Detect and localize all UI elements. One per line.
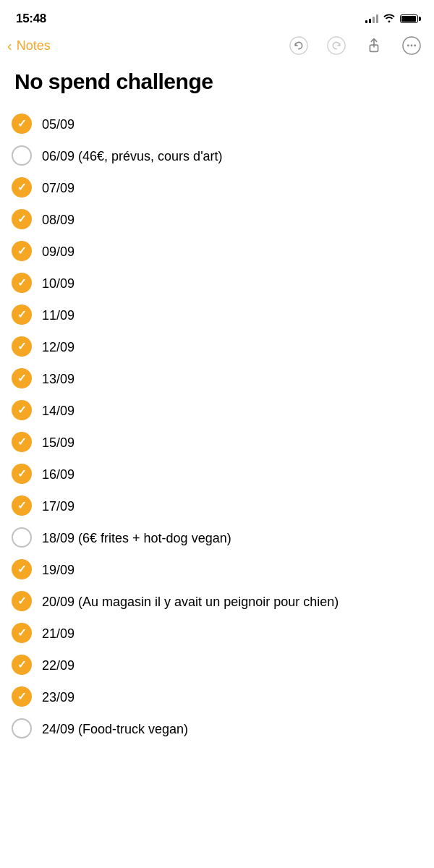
list-item[interactable]: 24/09 (Food-truck vegan) <box>12 712 422 744</box>
check-label: 17/09 <box>42 495 422 516</box>
check-mark-icon: ✓ <box>17 341 27 352</box>
redo-button[interactable] <box>326 35 347 56</box>
wifi-icon <box>383 12 396 25</box>
check-mark-icon: ✓ <box>17 627 27 638</box>
check-mark-icon: ✓ <box>17 436 27 447</box>
check-mark-icon: ✓ <box>17 213 27 224</box>
check-mark-icon: ✓ <box>17 118 27 129</box>
list-item[interactable]: ✓07/09 <box>12 171 422 203</box>
list-item[interactable]: ✓05/09 <box>12 108 422 140</box>
check-mark-icon: ✓ <box>17 468 27 479</box>
check-label: 06/09 (46€, prévus, cours d'art) <box>42 145 422 166</box>
unchecked-circle[interactable] <box>12 527 32 548</box>
list-item[interactable]: ✓08/09 <box>12 203 422 235</box>
checked-circle[interactable]: ✓ <box>12 241 32 261</box>
check-mark-icon: ✓ <box>17 659 27 670</box>
check-label: 11/09 <box>42 304 422 326</box>
check-mark-icon: ✓ <box>17 691 27 702</box>
checked-circle[interactable]: ✓ <box>12 400 32 420</box>
check-label: 18/09 (6€ frites + hot-dog vegan) <box>42 527 422 548</box>
check-mark-icon: ✓ <box>17 404 27 415</box>
checked-circle[interactable]: ✓ <box>12 114 32 134</box>
checklist: ✓05/0906/09 (46€, prévus, cours d'art)✓0… <box>0 108 434 744</box>
checked-circle[interactable]: ✓ <box>12 336 32 357</box>
check-label: 19/09 <box>42 558 422 580</box>
status-bar: 15:48 <box>0 0 434 32</box>
list-item[interactable]: ✓14/09 <box>12 394 422 426</box>
check-label: 10/09 <box>42 272 422 294</box>
list-item[interactable]: ✓12/09 <box>12 331 422 362</box>
back-button[interactable]: ‹ Notes <box>7 38 288 54</box>
list-item[interactable]: ✓16/09 <box>12 458 422 490</box>
checked-circle[interactable]: ✓ <box>12 686 32 707</box>
checked-circle[interactable]: ✓ <box>12 591 32 611</box>
unchecked-circle[interactable] <box>12 145 32 166</box>
svg-point-0 <box>290 37 307 54</box>
checked-circle[interactable]: ✓ <box>12 177 32 197</box>
status-time: 15:48 <box>16 12 46 26</box>
list-item[interactable]: ✓13/09 <box>12 362 422 394</box>
svg-point-4 <box>407 45 409 47</box>
check-label: 22/09 <box>42 654 422 676</box>
check-mark-icon: ✓ <box>17 245 27 256</box>
check-mark-icon: ✓ <box>17 595 27 606</box>
check-label: 15/09 <box>42 431 422 453</box>
list-item[interactable]: ✓17/09 <box>12 490 422 522</box>
check-label: 21/09 <box>42 622 422 644</box>
list-item[interactable]: ✓21/09 <box>12 617 422 649</box>
list-item[interactable]: ✓15/09 <box>12 426 422 458</box>
check-label: 20/09 (Au magasin il y avait un peignoir… <box>42 590 422 612</box>
check-mark-icon: ✓ <box>17 309 27 320</box>
svg-point-5 <box>411 45 413 47</box>
back-chevron-icon: ‹ <box>7 38 12 54</box>
check-label: 08/09 <box>42 208 422 230</box>
check-label: 13/09 <box>42 367 422 389</box>
check-label: 24/09 (Food-truck vegan) <box>42 718 422 739</box>
check-mark-icon: ✓ <box>17 563 27 574</box>
check-label: 12/09 <box>42 336 422 357</box>
signal-icon <box>365 14 378 23</box>
svg-point-6 <box>414 45 416 47</box>
checked-circle[interactable]: ✓ <box>12 495 32 516</box>
toolbar-actions <box>288 35 422 56</box>
check-label: 07/09 <box>42 176 422 198</box>
check-mark-icon: ✓ <box>17 182 27 192</box>
check-mark-icon: ✓ <box>17 277 27 288</box>
back-label: Notes <box>17 38 51 54</box>
check-label: 23/09 <box>42 686 422 707</box>
checked-circle[interactable]: ✓ <box>12 273 32 293</box>
undo-button[interactable] <box>288 35 310 56</box>
list-item[interactable]: ✓23/09 <box>12 681 422 712</box>
unchecked-circle[interactable] <box>12 718 32 739</box>
toolbar: ‹ Notes <box>0 32 434 64</box>
list-item[interactable]: ✓11/09 <box>12 299 422 331</box>
svg-point-1 <box>328 37 345 54</box>
check-mark-icon: ✓ <box>17 500 27 511</box>
check-label: 16/09 <box>42 463 422 485</box>
more-button[interactable] <box>401 35 422 56</box>
checked-circle[interactable]: ✓ <box>12 559 32 579</box>
share-button[interactable] <box>363 35 385 56</box>
list-item[interactable]: ✓20/09 (Au magasin il y avait un peignoi… <box>12 585 422 617</box>
list-item[interactable]: ✓22/09 <box>12 649 422 681</box>
check-label: 09/09 <box>42 240 422 262</box>
checked-circle[interactable]: ✓ <box>12 432 32 452</box>
checked-circle[interactable]: ✓ <box>12 464 32 484</box>
checked-circle[interactable]: ✓ <box>12 305 32 325</box>
list-item[interactable]: 06/09 (46€, prévus, cours d'art) <box>12 140 422 171</box>
checked-circle[interactable]: ✓ <box>12 368 32 388</box>
list-item[interactable]: ✓09/09 <box>12 235 422 267</box>
check-label: 05/09 <box>42 113 422 135</box>
battery-icon <box>400 14 418 23</box>
checked-circle[interactable]: ✓ <box>12 655 32 675</box>
checked-circle[interactable]: ✓ <box>12 623 32 643</box>
checked-circle[interactable]: ✓ <box>12 209 32 229</box>
check-label: 14/09 <box>42 399 422 421</box>
list-item[interactable]: ✓19/09 <box>12 553 422 585</box>
check-mark-icon: ✓ <box>17 373 27 383</box>
status-icons <box>365 12 418 25</box>
note-title: No spend challenge <box>0 64 434 108</box>
list-item[interactable]: 18/09 (6€ frites + hot-dog vegan) <box>12 522 422 553</box>
list-item[interactable]: ✓10/09 <box>12 267 422 299</box>
